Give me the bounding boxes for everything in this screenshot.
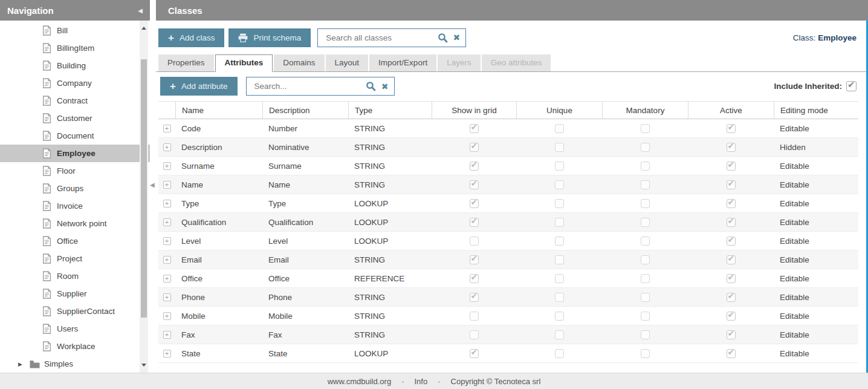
sidebar-item-supplier[interactable]: Supplier <box>0 285 150 302</box>
table-row[interactable]: State State LOOKUP Editable <box>158 344 858 363</box>
sidebar-item-project[interactable]: Project <box>0 250 150 267</box>
scrollbar-thumb[interactable] <box>141 59 147 318</box>
column-header-active[interactable]: Active <box>688 102 774 119</box>
expand-row-icon[interactable] <box>163 200 171 208</box>
tab-layout[interactable]: Layout <box>326 54 369 71</box>
sidebar-item-customer[interactable]: Customer <box>0 110 150 127</box>
expand-row-icon[interactable] <box>163 162 171 170</box>
sidebar-item-billingitem[interactable]: BillingItem <box>0 39 150 57</box>
column-header-show-in-grid[interactable]: Show in grid <box>432 102 516 119</box>
sidebar-item-users[interactable]: Users <box>0 320 150 338</box>
print-schema-button[interactable]: Print schema <box>228 28 311 47</box>
expand-row-icon[interactable] <box>163 143 171 151</box>
sidebar-item-workplace[interactable]: Workplace <box>0 338 150 355</box>
expand-row-icon[interactable] <box>163 125 171 132</box>
expand-row-icon[interactable] <box>163 293 171 301</box>
class-caption: Class:Employee <box>793 33 858 42</box>
sidebar-item-groups[interactable]: Groups <box>0 180 150 197</box>
search-icon[interactable] <box>438 33 448 43</box>
collapse-splitter-icon[interactable]: ◀ <box>150 181 155 188</box>
sidebar-item-label: Building <box>57 61 86 70</box>
expand-row-icon[interactable] <box>163 181 171 189</box>
attribute-search-input[interactable] <box>253 81 360 91</box>
sidebar-item-invoice[interactable]: Invoice <box>0 197 150 215</box>
sidebar-item-contract[interactable]: Contract <box>0 92 150 110</box>
sidebar-item-simples[interactable]: ▶ Simples <box>0 355 150 373</box>
add-class-button[interactable]: + Add class <box>158 28 224 47</box>
sidebar-item-label: Floor <box>57 166 76 175</box>
expand-row-icon[interactable] <box>163 350 171 358</box>
info-link[interactable]: Info <box>415 377 428 386</box>
table-row[interactable]: Qualification Qualification LOOKUP Edita… <box>158 213 858 232</box>
sidebar-scrollbar[interactable] <box>140 21 148 373</box>
sidebar-item-room[interactable]: Room <box>0 267 150 285</box>
active-checkbox <box>727 237 736 246</box>
table-row[interactable]: Code Number STRING Editable <box>158 119 858 138</box>
tab-attributes[interactable]: Attributes <box>215 54 273 72</box>
clear-search-icon[interactable]: ✖ <box>381 82 389 91</box>
panel-splitter[interactable]: ◀ <box>150 0 156 373</box>
clear-search-icon[interactable]: ✖ <box>453 33 461 42</box>
column-header-expand <box>158 102 175 119</box>
table-row[interactable]: Fax Fax STRING Editable <box>158 325 858 344</box>
sidebar-item-floor[interactable]: Floor <box>0 162 150 180</box>
sidebar-item-suppliercontact[interactable]: SupplierContact <box>0 302 150 320</box>
expand-row-icon[interactable] <box>163 331 171 339</box>
table-row[interactable]: Office Office REFERENCE Editable <box>158 269 858 288</box>
cell-name: Fax <box>175 330 262 339</box>
mandatory-checkbox <box>641 349 650 358</box>
table-row[interactable]: Name Name STRING Editable <box>158 175 858 194</box>
copyright-text: Copyright © Tecnoteca srl <box>451 377 541 386</box>
tab-properties[interactable]: Properties <box>158 54 214 71</box>
sidebar-item-building[interactable]: Building <box>0 57 150 74</box>
column-header-type[interactable]: Type <box>348 102 432 119</box>
table-row[interactable]: Type Type LOOKUP Editable <box>158 194 858 213</box>
table-row[interactable]: Mobile Mobile STRING Editable <box>158 307 858 325</box>
expand-arrow-icon[interactable]: ▶ <box>18 361 25 367</box>
column-header-mandatory[interactable]: Mandatory <box>602 102 688 119</box>
table-row[interactable]: Email Email STRING Editable <box>158 250 858 269</box>
tab-domains[interactable]: Domains <box>274 54 324 71</box>
scroll-down-icon[interactable] <box>141 364 146 367</box>
add-attribute-button[interactable]: + Add attribute <box>160 77 238 96</box>
footer: www.cmdbuild.org · Info · Copyright © Te… <box>0 373 868 389</box>
unique-checkbox <box>555 330 564 339</box>
sidebar-item-employee[interactable]: Employee <box>0 145 150 162</box>
expand-row-icon[interactable] <box>163 275 171 283</box>
cmdbuild-link[interactable]: www.cmdbuild.org <box>328 377 392 386</box>
column-header-name[interactable]: Name <box>175 102 262 119</box>
classes-panel: Classes + Add class Print schema <box>156 0 868 373</box>
mandatory-checkbox <box>641 218 650 227</box>
cell-editing-mode: Editable <box>774 180 858 189</box>
classes-body: + Add class Print schema <box>156 21 868 373</box>
show-in-grid-checkbox <box>470 180 479 189</box>
tab-import-export[interactable]: Import/Export <box>369 54 436 71</box>
expand-row-icon[interactable] <box>163 218 171 226</box>
table-row[interactable]: Surname Surname STRING Editable <box>158 157 858 175</box>
mandatory-checkbox <box>641 312 650 321</box>
search-all-classes-input[interactable] <box>325 33 432 43</box>
sidebar-item-bill[interactable]: Bill <box>0 22 150 39</box>
scroll-up-icon[interactable] <box>141 27 146 30</box>
mandatory-checkbox <box>641 330 650 339</box>
tab-layers: Layers <box>438 54 481 71</box>
table-row[interactable]: Description Nominative STRING Hidden <box>158 138 858 157</box>
column-header-description[interactable]: Description <box>262 102 348 119</box>
search-icon[interactable] <box>366 81 376 91</box>
expand-row-icon[interactable] <box>163 312 171 320</box>
sidebar-item-document[interactable]: Document <box>0 127 150 145</box>
table-row[interactable]: Phone Phone STRING Editable <box>158 288 858 307</box>
table-row[interactable]: Level Level LOOKUP Editable <box>158 232 858 250</box>
column-header-unique[interactable]: Unique <box>516 102 602 119</box>
sidebar-item-network-point[interactable]: Network point <box>0 215 150 232</box>
document-icon <box>42 183 51 194</box>
collapse-panel-icon[interactable]: ◀ <box>138 7 143 14</box>
sidebar-item-office[interactable]: Office <box>0 232 150 250</box>
column-header-editing-mode[interactable]: Editing mode <box>774 102 858 119</box>
sidebar-item-company[interactable]: Company <box>0 74 150 92</box>
expand-row-icon[interactable] <box>163 237 171 245</box>
cell-description: Qualification <box>262 218 348 227</box>
include-inherited-checkbox[interactable] <box>846 81 857 91</box>
expand-row-icon[interactable] <box>163 256 171 264</box>
sidebar-item-label: Customer <box>57 114 92 123</box>
